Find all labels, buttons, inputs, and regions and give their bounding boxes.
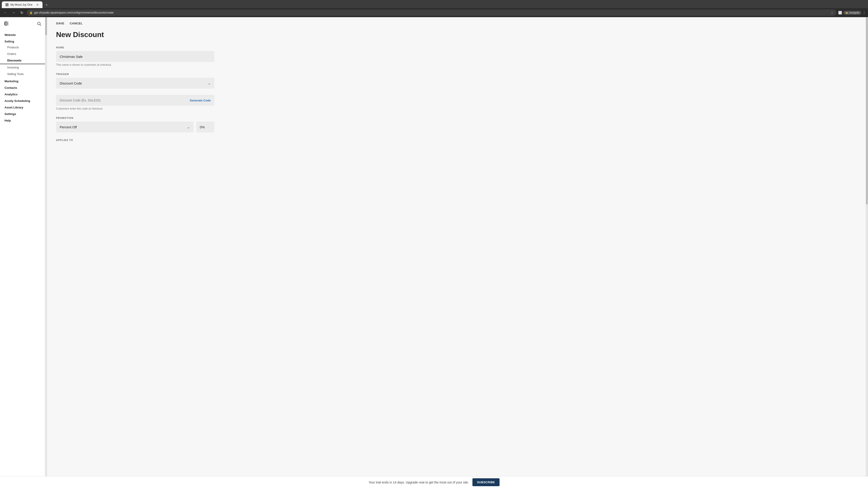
name-input[interactable]: [56, 51, 214, 62]
incognito-label: Incognito: [849, 11, 860, 14]
page-title: New Discount: [56, 31, 241, 39]
sidebar: Website Selling Products Orders Discount…: [0, 17, 45, 485]
applies-to-section: APPLIES TO: [56, 139, 241, 141]
trial-bar: Your trial ends in 14 days. Upgrade now …: [0, 476, 868, 488]
address-bar-row: ← → ↻ 🔒 gar-chrysalis.squarespace.com/co…: [0, 8, 868, 17]
discount-code-input[interactable]: [60, 98, 190, 102]
sidebar-item-settings[interactable]: Settings: [0, 110, 45, 117]
name-section: NAME This name is shown to customers at …: [56, 46, 241, 66]
browser-actions: ⬜ 🕵 Incognito ⋮: [838, 11, 866, 15]
search-button[interactable]: [37, 22, 41, 27]
trigger-dropdown-wrapper: Discount CodeAutomatic ⌄: [56, 78, 214, 89]
right-scroll-track[interactable]: [866, 17, 868, 485]
tab-bar: My Mood Joy One ✕ +: [0, 0, 868, 8]
applies-to-label: APPLIES TO: [56, 139, 241, 141]
new-tab-button[interactable]: +: [43, 2, 50, 8]
name-label: NAME: [56, 46, 241, 49]
menu-icon[interactable]: ⋮: [863, 11, 866, 14]
sidebar-item-website[interactable]: Website: [0, 31, 45, 37]
save-button[interactable]: SAVE: [56, 22, 64, 25]
subscribe-button[interactable]: SUBSCRIBE: [472, 478, 499, 486]
incognito-icon: 🕵: [845, 11, 848, 14]
forward-button[interactable]: →: [10, 9, 17, 16]
promotion-label: PROMOTION: [56, 117, 241, 119]
discount-code-row: Generate Code: [56, 95, 214, 106]
sidebar-item-selling[interactable]: Selling: [0, 37, 45, 44]
right-scroll-thumb[interactable]: [866, 17, 868, 204]
tab-close-button[interactable]: ✕: [36, 3, 39, 6]
address-bar[interactable]: 🔒 gar-chrysalis.squarespace.com/config/c…: [27, 9, 836, 16]
discount-code-section: Generate Code Customers enter this code …: [56, 95, 241, 110]
promotion-row: Percent OffFixed Amount Off ⌄: [56, 122, 214, 132]
sidebar-item-acuity-scheduling[interactable]: Acuity Scheduling: [0, 97, 45, 103]
incognito-badge: 🕵 Incognito: [843, 11, 861, 15]
sidebar-item-analytics[interactable]: Analytics: [0, 90, 45, 97]
sidebar-item-products[interactable]: Products: [0, 44, 45, 51]
cancel-button[interactable]: CANCEL: [70, 22, 83, 25]
trial-message: Your trial ends in 14 days. Upgrade now …: [368, 481, 469, 484]
lock-icon: 🔒: [29, 11, 33, 14]
generate-code-button[interactable]: Generate Code: [190, 99, 211, 102]
sidebar-item-asset-library[interactable]: Asset Library: [0, 103, 45, 110]
sidebar-item-marketing[interactable]: Marketing: [0, 77, 45, 84]
cast-icon[interactable]: ⬜: [838, 11, 842, 14]
promotion-dropdown-wrapper: Percent OffFixed Amount Off ⌄: [56, 122, 193, 132]
app-layout: Website Selling Products Orders Discount…: [0, 17, 868, 485]
trigger-section: TRIGGER Discount CodeAutomatic ⌄: [56, 73, 241, 89]
tab-title: My Mood Joy One: [10, 3, 34, 6]
sidebar-nav: Website Selling Products Orders Discount…: [0, 29, 45, 478]
sidebar-item-contacts[interactable]: Contacts: [0, 84, 45, 90]
sidebar-top: [0, 17, 45, 29]
bookmark-icon[interactable]: ☆: [831, 11, 834, 14]
toolbar: SAVE CANCEL: [47, 17, 866, 29]
trigger-label: TRIGGER: [56, 73, 241, 75]
reload-button[interactable]: ↻: [19, 9, 25, 16]
trigger-dropdown[interactable]: Discount CodeAutomatic: [56, 78, 214, 89]
sidebar-item-discounts[interactable]: Discounts: [0, 57, 45, 64]
browser-tab[interactable]: My Mood Joy One ✕: [2, 1, 42, 8]
left-scroll-track[interactable]: ▲: [45, 17, 47, 485]
page-content: New Discount NAME This name is shown to …: [47, 29, 250, 157]
percent-input[interactable]: [196, 122, 214, 132]
name-hint: This name is shown to customers at check…: [56, 63, 241, 66]
main-content: SAVE CANCEL New Discount NAME This name …: [47, 17, 866, 485]
sidebar-item-help[interactable]: Help: [0, 117, 45, 123]
sidebar-item-invoicing[interactable]: Invoicing: [0, 64, 45, 71]
url-text: gar-chrysalis.squarespace.com/config/com…: [34, 11, 114, 14]
back-button[interactable]: ←: [2, 9, 8, 16]
discount-code-hint: Customers enter this code at checkout.: [56, 107, 241, 110]
promotion-section: PROMOTION Percent OffFixed Amount Off ⌄: [56, 117, 241, 132]
promotion-dropdown[interactable]: Percent OffFixed Amount Off: [56, 122, 193, 132]
sidebar-item-orders[interactable]: Orders: [0, 51, 45, 57]
tab-favicon: [5, 3, 8, 6]
scroll-thumb[interactable]: [45, 17, 47, 35]
logo-icon[interactable]: [4, 21, 9, 27]
sidebar-item-selling-tools[interactable]: Selling Tools: [0, 71, 45, 77]
svg-point-0: [37, 22, 40, 25]
